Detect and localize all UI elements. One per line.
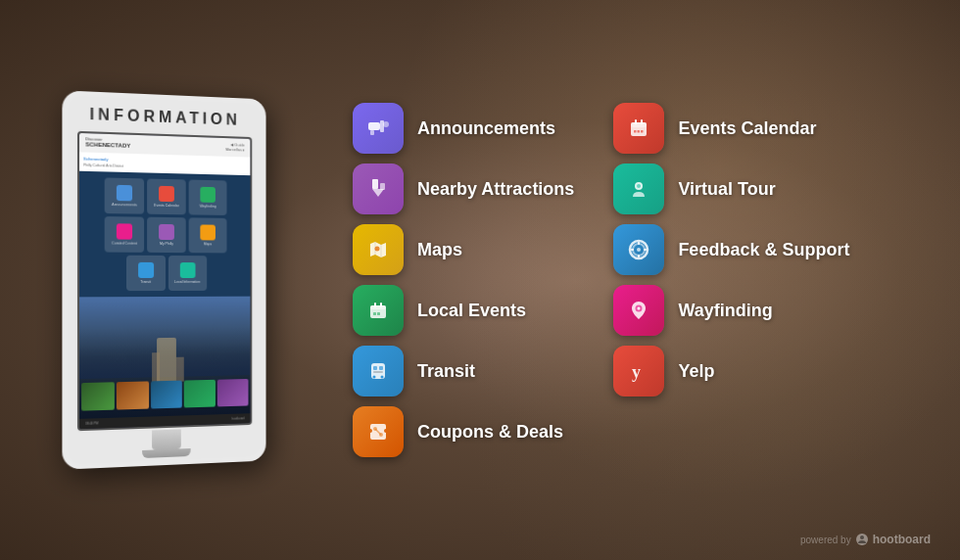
menu-item-wayfinding[interactable]: Wayfinding (613, 285, 849, 336)
menu-item-coupons[interactable]: Coupons & Deals (353, 406, 574, 457)
announcements-label: Announcements (417, 118, 555, 139)
transit-icon (353, 346, 404, 397)
svg-rect-13 (377, 312, 380, 315)
feedback-icon (613, 224, 664, 275)
svg-rect-6 (380, 183, 385, 190)
announcements-icon (353, 103, 404, 154)
svg-point-31 (637, 184, 641, 188)
events-calendar-label: Events Calendar (678, 118, 816, 139)
virtual-tour-icon (613, 163, 664, 214)
svg-rect-26 (641, 119, 643, 124)
coupons-label: Coupons & Deals (417, 422, 563, 443)
screen-nav-curated: Curated Content (105, 217, 144, 254)
svg-rect-15 (373, 366, 377, 370)
menu-item-local-events[interactable]: Local Events (353, 285, 574, 336)
events-calendar-icon (613, 103, 664, 154)
svg-rect-36 (638, 255, 640, 257)
svg-rect-2 (370, 130, 374, 135)
svg-rect-29 (641, 130, 644, 133)
svg-point-19 (381, 376, 384, 379)
menu-item-nearby[interactable]: Nearby Attractions (353, 163, 574, 214)
menu-right-column: Events Calendar Virtual Tour (613, 103, 849, 457)
coupons-icon (353, 406, 404, 457)
menu-item-events-calendar[interactable]: Events Calendar (613, 103, 849, 154)
svg-rect-16 (379, 366, 383, 370)
svg-point-22 (379, 433, 383, 437)
svg-point-18 (373, 376, 376, 379)
svg-rect-11 (380, 303, 382, 307)
screen-nav-myphilly: My Philly (147, 217, 186, 253)
yelp-label: Yelp (678, 361, 714, 382)
menu-item-announcements[interactable]: Announcements (353, 103, 574, 154)
svg-rect-37 (631, 249, 634, 251)
maps-icon (353, 224, 404, 275)
svg-rect-17 (373, 371, 383, 373)
svg-rect-9 (370, 305, 386, 309)
virtual-tour-label: Virtual Tour (678, 179, 775, 200)
screen-nav-maps: Maps (189, 218, 227, 254)
svg-rect-10 (374, 303, 376, 307)
nearby-icon (353, 163, 404, 214)
screen-nav-area: Announcements Events Calendar Wayfinding (79, 171, 250, 298)
feedback-label: Feedback & Support (678, 240, 849, 260)
kiosk-screen: Discover SCHENECTADY ◀ Guide Marcellas ▸… (77, 131, 252, 431)
screen-city-photo (79, 297, 250, 419)
kiosk: INFORMATION Discover SCHENECTADY ◀ Guide… (0, 0, 333, 560)
svg-rect-25 (635, 119, 637, 124)
svg-rect-12 (373, 312, 376, 315)
svg-rect-0 (368, 122, 380, 130)
svg-marker-5 (372, 189, 384, 197)
svg-point-34 (637, 248, 641, 252)
local-events-label: Local Events (417, 301, 526, 321)
kiosk-base (152, 429, 181, 449)
screen-nav-events: Events Calendar (147, 179, 186, 215)
svg-rect-24 (631, 122, 647, 127)
kiosk-stand (142, 448, 191, 458)
svg-rect-28 (638, 130, 641, 133)
menu-left-column: Announcements Nearby Attractions (353, 103, 574, 457)
menu-item-maps[interactable]: Maps (353, 224, 574, 275)
kiosk-title: INFORMATION (89, 106, 240, 129)
screen-nav-local: Local Information (168, 256, 206, 291)
screen-nav-announcements: Announcements (105, 178, 144, 214)
wayfinding-icon (613, 285, 664, 336)
maps-label: Maps (417, 240, 462, 260)
svg-rect-4 (372, 179, 378, 189)
menu-section: Announcements Nearby Attractions (333, 0, 960, 560)
svg-point-3 (383, 121, 389, 127)
yelp-icon: y (613, 346, 664, 397)
menu-item-transit[interactable]: Transit (353, 346, 574, 397)
screen-nav-transit: Transit (126, 256, 166, 291)
menu-item-feedback[interactable]: Feedback & Support (613, 224, 849, 275)
svg-rect-1 (380, 120, 384, 132)
svg-rect-38 (644, 249, 647, 251)
menu-item-virtual-tour[interactable]: Virtual Tour (613, 163, 849, 214)
svg-point-7 (375, 247, 380, 252)
svg-rect-27 (634, 130, 637, 133)
nearby-label: Nearby Attractions (417, 179, 574, 200)
wayfinding-label: Wayfinding (678, 301, 772, 321)
svg-point-40 (638, 307, 641, 310)
local-events-icon (353, 285, 404, 336)
screen-brand: Discover SCHENECTADY (85, 137, 130, 150)
menu-item-yelp[interactable]: y Yelp (613, 346, 849, 397)
svg-rect-35 (638, 242, 640, 245)
screen-nav-wayfinding: Wayfinding (189, 180, 227, 215)
transit-label: Transit (417, 361, 475, 382)
screen-header-actions: ◀ Guide Marcellas ▸ (225, 142, 244, 152)
svg-text:y: y (632, 362, 641, 382)
